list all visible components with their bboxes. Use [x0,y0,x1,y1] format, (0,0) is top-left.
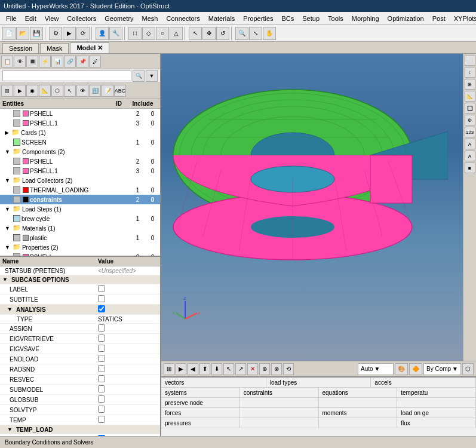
tree-row-brew[interactable]: brew cycle 1 0 [0,214,160,223]
tree-row-properties[interactable]: ▼ 📁 Properties (2) [0,243,160,252]
props-label[interactable]: LABEL [0,284,160,294]
menu-properties[interactable]: Properties [239,14,277,23]
tree-row-pshell1-1[interactable]: PSHELL.1 3 0 [0,118,160,128]
li-btn9[interactable]: 📝 [102,85,113,97]
tree-row-constraints[interactable]: constraints 2 0 [0,195,160,204]
vp-btn-nav4[interactable]: ⬇ [211,363,222,375]
menu-connectors[interactable]: Connectors [162,14,203,23]
lt-btn5[interactable]: 📊 [51,56,63,67]
li-btn8[interactable]: 🔢 [89,85,101,97]
toolbar-btn9[interactable]: △ [170,27,183,40]
toolbar-btn2[interactable]: ▶ [63,27,76,40]
toolbar-btn5[interactable]: 🔧 [109,27,122,40]
lt-btn7[interactable]: 📌 [76,56,88,67]
toolbar-move[interactable]: ✥ [202,27,216,40]
li-btn2[interactable]: ▶ [14,85,26,97]
side-btn2[interactable]: ↕ [465,67,475,78]
menu-xyplots[interactable]: XYPlots [450,14,476,23]
menu-mesh[interactable]: Mesh [139,14,162,23]
assign-checkbox[interactable] [98,324,105,332]
props-subtitle[interactable]: SUBTITLE [0,294,160,305]
toolbar-btn4[interactable]: 👤 [96,27,109,40]
props-globsub[interactable]: GLOBSUB [0,395,160,405]
side-btn3[interactable]: ⊞ [465,79,475,90]
menu-tools[interactable]: Tools [324,14,347,23]
props-assign[interactable]: ASSIGN [0,324,160,334]
li-btn7[interactable]: 👁 [76,85,88,97]
side-btn7[interactable]: 123 [465,127,475,137]
menu-setup[interactable]: Setup [299,14,323,23]
toolbar-open[interactable]: 📂 [16,27,29,40]
tab-model[interactable]: Model ✕ [70,42,109,53]
li-btn3[interactable]: ◉ [26,85,38,97]
vp-btn-nav2[interactable]: ◀ [188,363,198,375]
side-btn6[interactable]: ⚙ [465,115,475,125]
htime-checkbox[interactable] [98,435,105,436]
radsnd-checkbox[interactable] [98,365,105,372]
tree-row-components[interactable]: ▼ 📁 Components (2) [0,147,160,157]
solvtyp-checkbox[interactable] [98,406,105,413]
toolbar-new[interactable]: 📄 [2,27,16,40]
vp-btn-grid[interactable]: ⊞ [164,363,174,375]
tree-row-comp-pshell1[interactable]: PSHELL.1 3 0 [0,166,160,176]
search-options-icon[interactable]: ▼ [146,70,158,82]
vp-btn-misc3[interactable]: ⟲ [283,363,294,375]
menu-edit[interactable]: Edit [22,14,40,23]
vp-btn-nav5[interactable]: ↖ [223,363,234,375]
lt-btn4[interactable]: ⚡ [39,56,51,67]
menu-materials[interactable]: Materials [205,14,239,23]
tree-row-thermal[interactable]: THERMAL_LOADING 1 0 [0,185,160,195]
toolbar-btn6[interactable]: □ [128,27,142,40]
vp-btn-nav6[interactable]: ↗ [235,363,246,375]
search-icon[interactable]: 🔍 [133,70,145,82]
tree-row-loadcollectors[interactable]: ▼ 📁 Load Collectors (2) [0,176,160,185]
side-btn8[interactable]: A [465,139,475,149]
toolbar-select[interactable]: ↖ [189,27,202,40]
menu-file[interactable]: File [2,14,20,23]
lt-btn2[interactable]: 👁 [14,56,26,67]
eigvretrieve-checkbox[interactable] [98,335,105,342]
tab-session[interactable]: Session [2,43,39,53]
li-btn1[interactable]: ⊞ [1,85,13,97]
menu-geometry[interactable]: Geometry [101,14,137,23]
props-type[interactable]: TYPE STATICS [0,315,160,324]
li-btn10[interactable]: ABC [114,85,126,97]
vp-btn-color1[interactable]: 🎨 [395,363,408,375]
props-endload[interactable]: ENDLOAD [0,354,160,364]
tree-row-comp-pshell[interactable]: PSHELL 2 0 [0,157,160,166]
toolbar-rotate[interactable]: ↺ [216,27,229,40]
viewport[interactable]: Z X Y ⬜ ↕ ⊞ 📐 🔲 ⚙ 123 A A ■ [161,54,476,361]
li-btn4[interactable]: 📐 [39,85,51,97]
temp-checkbox[interactable] [98,416,105,423]
side-btn9[interactable]: A [465,151,475,161]
lt-btn3[interactable]: 🔳 [26,56,38,67]
toolbar-zoom[interactable]: 🔍 [235,27,248,40]
vp-btn-cube[interactable]: ⬡ [462,363,474,375]
globsub-checkbox[interactable] [98,395,105,403]
menu-view[interactable]: View [41,14,63,23]
subtitle-checkbox[interactable] [98,295,105,302]
toolbar-btn1[interactable]: ⚙ [49,27,62,40]
tree-row-pshell1[interactable]: PSHELL 2 0 [0,109,160,118]
submodel-checkbox[interactable] [98,385,105,392]
analysis-checkbox[interactable] [98,305,105,312]
eigvsave-checkbox[interactable] [98,345,105,352]
tree-row-prop-pshell[interactable]: PSHELL 2 0 [0,252,160,257]
toolbar-btn7[interactable]: ◇ [142,27,155,40]
tree-row-plastic[interactable]: plastic 1 0 [0,233,160,243]
props-submodel[interactable]: SUBMODEL [0,385,160,395]
props-eigvsave[interactable]: EIGVSAVE [0,344,160,354]
li-btn5[interactable]: ⬡ [51,85,63,97]
lt-btn1[interactable]: 📋 [1,56,13,67]
vp-auto-dropdown[interactable]: Auto ▼ [358,363,394,375]
props-temp[interactable]: TEMP [0,415,160,425]
vp-bycomp-dropdown[interactable]: By Comp ▼ [423,363,461,375]
tab-mask[interactable]: Mask [40,43,69,53]
side-btn10[interactable]: ■ [465,162,475,173]
vp-btn-misc2[interactable]: ⊗ [271,363,282,375]
toolbar-btn3[interactable]: ⟳ [76,27,90,40]
toolbar-fit[interactable]: ⤡ [249,27,262,40]
li-btn6[interactable]: ↖ [64,85,76,97]
toolbar-btn8[interactable]: ○ [156,27,169,40]
label-checkbox[interactable] [98,285,105,292]
